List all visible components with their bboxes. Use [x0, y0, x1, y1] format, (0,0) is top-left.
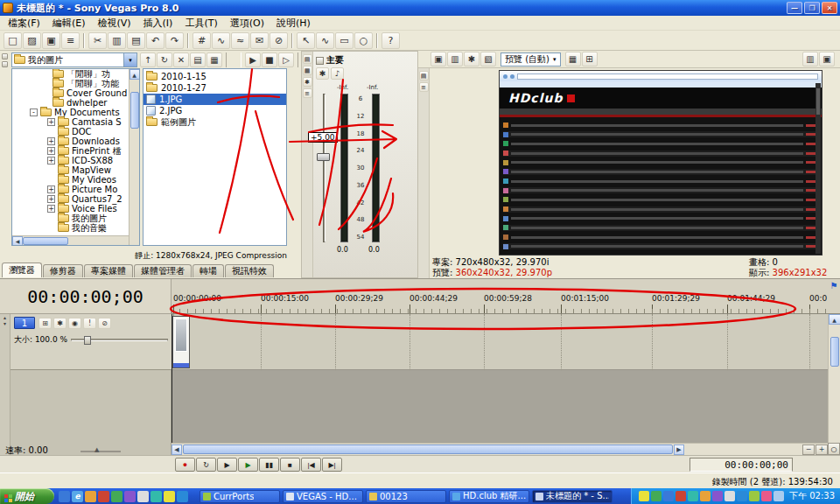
taskbar-task-button[interactable]: CurrPorts [200, 490, 280, 503]
scroll-left-icon[interactable]: ◀ [172, 444, 182, 455]
tree-item[interactable]: + ICD-SX88 [12, 156, 139, 165]
tree-expander-icon[interactable]: + [47, 118, 55, 126]
tray-icon[interactable] [688, 491, 698, 501]
track-vertical-scrollbar[interactable]: ▲ [828, 314, 840, 443]
quick-launch-icon[interactable]: e [72, 491, 83, 502]
track-size-slider[interactable] [71, 339, 168, 341]
track-solo-icon[interactable]: ! [83, 318, 96, 329]
taskbar-task-button[interactable]: 未標題的 * - S... [532, 490, 612, 503]
mixer-properties-icon[interactable]: ≡ [303, 88, 312, 98]
toolbar-icon[interactable] [187, 33, 189, 48]
quick-launch-icon[interactable] [177, 491, 188, 502]
transport-time-display[interactable]: 00:00:00;00 [690, 458, 793, 472]
tree-item[interactable]: MapView [12, 165, 139, 175]
envelope-edit-tool-icon[interactable]: ∿ [316, 32, 334, 49]
stop-button[interactable]: ■ [280, 458, 300, 472]
timeline-horizontal-scrollbar[interactable]: ◀ ▶ − + [172, 443, 828, 455]
quick-launch-icon[interactable] [137, 491, 149, 502]
taskbar-task-button[interactable]: VEGAS - HD... [283, 490, 363, 503]
minimize-button[interactable]: — [787, 2, 802, 14]
tree-expander-icon[interactable]: + [47, 205, 55, 213]
toolbar-icon[interactable] [83, 33, 85, 48]
lock-envelopes-icon[interactable]: ✉ [250, 32, 269, 49]
insert-bus-icon[interactable]: ▦ [303, 66, 312, 75]
master-fader-track[interactable] [323, 94, 326, 242]
insert-fx-icon[interactable]: ✱ [303, 77, 312, 87]
auto-preview-icon[interactable]: ▷ [278, 52, 294, 67]
taskbar-task-button[interactable]: 00123 [366, 490, 446, 503]
menu-item[interactable]: 檔案(F) [2, 16, 46, 31]
track-scroll-up-icon[interactable]: ▴ [0, 314, 10, 320]
copy-snapshot-icon[interactable]: ▥ [802, 52, 818, 66]
scroll-thumb[interactable] [830, 337, 839, 367]
tree-item[interactable]: - My Documents [12, 108, 139, 117]
track-scroll-strip[interactable]: ▴ ▾ [0, 314, 10, 455]
preview-menu-icon[interactable]: ≡ [419, 82, 429, 92]
dock-tab[interactable]: 轉場 [192, 264, 224, 277]
file-item[interactable]: 2.JPG [144, 105, 286, 116]
edit-cursor[interactable] [172, 314, 172, 443]
tray-icon[interactable] [676, 491, 686, 501]
dock-tab[interactable]: 瀏覽器 [2, 262, 42, 277]
track-motion-icon[interactable]: ⊞ [38, 318, 52, 329]
preview-quality-dropdown[interactable]: 預覽 (自動) ▾ [500, 52, 561, 66]
open-icon[interactable]: ▨ [23, 32, 41, 49]
tray-icon[interactable] [724, 491, 735, 501]
tree-expander-icon[interactable]: + [47, 157, 55, 164]
delete-icon[interactable]: ✕ [173, 52, 189, 67]
track-scroll-down-icon[interactable]: ▾ [0, 320, 10, 326]
tree-expander-icon[interactable]: + [47, 186, 55, 193]
split-screen-view-icon[interactable]: ▧ [480, 52, 496, 66]
new-folder-icon[interactable]: ▤ [190, 52, 206, 67]
scroll-up-icon[interactable]: ▲ [130, 69, 140, 80]
tray-icon[interactable] [639, 491, 649, 501]
master-speaker-icon[interactable]: ♪ [331, 67, 344, 80]
tree-expander-icon[interactable]: + [47, 137, 55, 145]
timeline-event-clip[interactable] [172, 316, 190, 368]
views-icon[interactable]: ▦ [206, 52, 222, 67]
panel-grip[interactable] [0, 51, 9, 261]
project-properties-icon[interactable]: ≡ [61, 32, 80, 49]
selection-edit-tool-icon[interactable]: ▭ [335, 32, 354, 49]
toolbar-icon[interactable] [291, 33, 293, 48]
quick-launch-icon[interactable] [59, 491, 70, 502]
mixer-grip[interactable]: ▤▦✱≡ [302, 52, 313, 277]
paste-icon[interactable]: ▤ [127, 32, 145, 49]
go-to-start-button[interactable]: |◀ [301, 458, 321, 472]
tray-icon[interactable] [761, 491, 772, 501]
quick-launch-icon[interactable] [164, 491, 175, 502]
enable-snapping-icon[interactable]: # [192, 32, 211, 49]
save-snapshot-icon[interactable]: ▣ [819, 52, 835, 66]
new-project-icon[interactable]: □ [4, 32, 22, 49]
play-from-start-button[interactable]: ▶ [217, 458, 237, 472]
redo-icon[interactable]: ↷ [165, 32, 184, 49]
file-item[interactable]: 範例圖片 [144, 116, 286, 128]
tree-vertical-scrollbar[interactable]: ▲ [129, 69, 139, 245]
tree-item[interactable]: My Videos [12, 175, 139, 185]
whats-this-help-icon[interactable]: ? [382, 32, 400, 49]
undo-icon[interactable]: ↶ [146, 32, 164, 49]
tray-icon[interactable] [749, 491, 760, 501]
up-one-level-icon[interactable]: ↑ [140, 52, 156, 67]
zoom-edit-tool-icon[interactable]: ○ [354, 32, 373, 49]
quick-launch-icon[interactable] [124, 491, 136, 502]
explorer-toolbar-icon[interactable] [226, 52, 242, 67]
preview-grip[interactable]: ▤≡ [418, 68, 430, 278]
tree-horizontal-scrollbar[interactable]: ◀ [12, 235, 129, 245]
menu-item[interactable]: 插入(I) [137, 16, 179, 31]
file-item[interactable]: 2010-1-27 [144, 82, 286, 94]
pause-button[interactable]: ▮▮ [259, 458, 279, 472]
tray-icon[interactable] [712, 491, 723, 501]
loop-playback-button[interactable]: ↻ [196, 458, 216, 472]
project-video-properties-icon[interactable]: ▣ [430, 52, 446, 66]
menu-item[interactable]: 說明(H) [270, 16, 317, 31]
tray-icon[interactable] [663, 491, 674, 501]
play-button[interactable]: ▶ [238, 458, 258, 472]
ignore-event-grouping-icon[interactable]: ⊘ [270, 32, 288, 49]
tree-item[interactable]: dwhelper [12, 98, 139, 108]
go-to-end-button[interactable]: ▶| [322, 458, 342, 472]
toolbar-icon[interactable] [376, 33, 378, 48]
tree-item[interactable]: 我的音樂 [12, 223, 139, 233]
track-mute-icon[interactable]: ◉ [68, 318, 81, 329]
video-track-header[interactable]: 1 ⊞✱◉!⊘ 大小: 100.0 % [10, 314, 172, 370]
